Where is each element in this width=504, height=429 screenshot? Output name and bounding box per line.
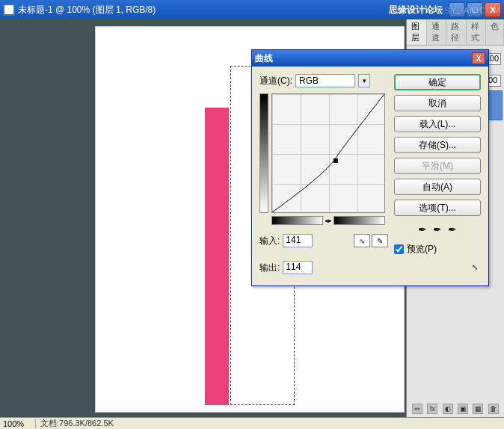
- resize-grip-icon[interactable]: ⤡: [469, 262, 481, 272]
- horizontal-gradient-row: ◂▸: [271, 216, 385, 225]
- curve-tool-spline-icon[interactable]: ∿: [354, 234, 370, 247]
- curve-control-point[interactable]: [334, 158, 338, 163]
- pink-rectangle-shape: [205, 108, 229, 405]
- trash-icon[interactable]: 🗑: [488, 404, 499, 414]
- tab-channels[interactable]: 通道: [427, 19, 447, 45]
- options-button[interactable]: 选项(T)...: [394, 200, 481, 216]
- dialog-titlebar[interactable]: 曲线 X: [252, 50, 488, 67]
- curve-line: [272, 94, 384, 212]
- window-title: 未标题-1 @ 100% (图层 1, RGB/8): [18, 4, 389, 16]
- layer-panel-footer-icons: ⇔ fx ◐ ▣ ▦ 🗑: [407, 404, 504, 414]
- horizontal-gradient-right: [334, 216, 385, 225]
- preview-label: 预览(P): [407, 243, 437, 256]
- folder-icon[interactable]: ▣: [458, 404, 468, 414]
- eyedropper-buttons: ✒ ✒ ✒: [394, 223, 481, 235]
- horizontal-gradient-left: [271, 216, 323, 225]
- panel-tabs: 图层 通道 路径 样式 色: [407, 19, 504, 46]
- eyedropper-white-icon[interactable]: ✒: [448, 223, 457, 235]
- smooth-button: 平滑(M): [394, 158, 481, 174]
- curve-tool-pencil-icon[interactable]: ✎: [372, 234, 388, 247]
- preview-checkbox[interactable]: [394, 244, 404, 254]
- input-row: 输入: 141 ∿ ✎: [259, 234, 388, 247]
- minimize-button[interactable]: _: [449, 2, 465, 17]
- preview-checkbox-row[interactable]: 预览(P): [394, 243, 481, 256]
- doc-label: 文档:: [40, 419, 59, 428]
- input-field[interactable]: 141: [283, 234, 313, 247]
- svg-rect-1: [4, 5, 13, 14]
- app-icon: [3, 4, 15, 16]
- app-titlebar: 未标题-1 @ 100% (图层 1, RGB/8) 思缘设计论坛 _ □ X: [0, 0, 504, 19]
- swap-arrows-icon[interactable]: ◂▸: [323, 216, 334, 225]
- doc-value: 796.3K/862.5K: [59, 419, 114, 428]
- mask-icon[interactable]: ◐: [443, 404, 453, 414]
- curve-editor[interactable]: ◂▸: [259, 93, 387, 220]
- curve-tool-buttons: ∿ ✎: [354, 234, 388, 247]
- tab-paths[interactable]: 路径: [446, 19, 467, 45]
- curves-dialog: 曲线 X 通道(C): RGB ▾ ◂▸: [251, 49, 489, 286]
- dialog-right-column: 确定 取消 载入(L)... 存储(S)... 平滑(M) 自动(A) 选项(T…: [394, 74, 481, 274]
- chevron-down-icon[interactable]: ▾: [358, 74, 370, 87]
- fx-icon[interactable]: fx: [427, 404, 437, 414]
- document-info[interactable]: 文档:796.3K/862.5K: [36, 418, 118, 429]
- tab-styles[interactable]: 样式: [467, 19, 487, 45]
- output-field[interactable]: 114: [283, 261, 313, 274]
- ok-button[interactable]: 确定: [394, 74, 481, 90]
- auto-button[interactable]: 自动(A): [394, 179, 481, 195]
- forum-text: 思缘设计论坛: [389, 4, 443, 16]
- curve-grid[interactable]: [271, 93, 385, 213]
- status-bar: 100% 文档:796.3K/862.5K: [0, 417, 504, 429]
- dialog-title: 曲线: [255, 52, 472, 65]
- dialog-left-column: 通道(C): RGB ▾ ◂▸ 输入:: [259, 74, 388, 274]
- new-layer-icon[interactable]: ▦: [473, 404, 483, 414]
- load-button[interactable]: 载入(L)...: [394, 116, 481, 132]
- cancel-button[interactable]: 取消: [394, 95, 481, 111]
- output-row: 输出: 114: [259, 261, 388, 274]
- eyedropper-gray-icon[interactable]: ✒: [433, 223, 442, 235]
- zoom-value[interactable]: 100%: [0, 419, 36, 428]
- link-icon[interactable]: ⇔: [412, 404, 422, 414]
- dialog-body: 通道(C): RGB ▾ ◂▸ 输入:: [252, 67, 488, 282]
- save-button[interactable]: 存储(S)...: [394, 137, 481, 153]
- window-buttons: _ □ X: [449, 2, 501, 17]
- channel-select[interactable]: RGB: [295, 74, 355, 87]
- output-label: 输出:: [259, 262, 280, 274]
- tab-layers[interactable]: 图层: [407, 19, 427, 45]
- close-button[interactable]: X: [485, 2, 501, 17]
- tab-colors[interactable]: 色: [486, 19, 504, 45]
- vertical-gradient: [259, 93, 268, 213]
- channel-row: 通道(C): RGB ▾: [259, 74, 388, 87]
- channel-label: 通道(C):: [259, 75, 292, 87]
- maximize-button[interactable]: □: [467, 2, 483, 17]
- eyedropper-black-icon[interactable]: ✒: [418, 223, 427, 235]
- dialog-close-button[interactable]: X: [472, 52, 485, 64]
- input-label: 输入:: [259, 235, 280, 247]
